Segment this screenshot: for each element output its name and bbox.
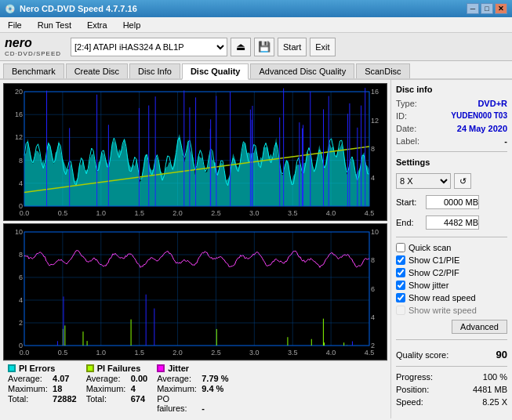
upper-chart: [4, 84, 387, 220]
eject-button[interactable]: ⏏: [231, 38, 251, 56]
logo-sub: CD·DVD/SPEED: [5, 50, 61, 57]
jitter-group: Jitter Average: 7.79 % Maximum: 9.4 % PO…: [157, 364, 228, 413]
pi-failures-title: PI Failures: [97, 364, 141, 373]
show-write-speed-row: Show write speed: [396, 306, 507, 315]
pi-errors-avg: Average: 4.07: [8, 374, 77, 383]
quick-scan-checkbox[interactable]: [396, 243, 405, 252]
lower-chart-container: [3, 223, 387, 360]
title-bar: 💿 Nero CD-DVD Speed 4.7.7.16 ─ □ ✕: [0, 0, 512, 17]
disc-info-title: Disc info: [396, 85, 507, 94]
tab-advanced-disc-quality[interactable]: Advanced Disc Quality: [250, 63, 354, 78]
quick-scan-row: Quick scan: [396, 243, 507, 252]
show-jitter-row: Show jitter: [396, 281, 507, 290]
disc-id-row: ID: YUDEN000 T03: [396, 111, 507, 121]
progress-label: Progress:: [396, 372, 433, 382]
show-c2-row: Show C2/PIF: [396, 268, 507, 277]
divider-4: [396, 366, 507, 367]
refresh-button[interactable]: ↺: [454, 173, 471, 189]
start-input[interactable]: [426, 195, 479, 209]
jitter-po: PO failures: -: [157, 394, 228, 413]
pi-failures-total: Total: 674: [86, 394, 147, 404]
show-write-speed-label: Show write speed: [409, 306, 477, 315]
speed-label: Speed:: [396, 397, 423, 407]
pi-failures-avg: Average: 0.00: [86, 374, 147, 383]
stats-bar: PI Errors Average: 4.07 Maximum: 18 Tota…: [3, 360, 387, 415]
menu-extra[interactable]: Extra: [82, 19, 112, 31]
tab-benchmark[interactable]: Benchmark: [3, 63, 64, 78]
pi-failures-max: Maximum: 4: [86, 384, 147, 393]
start-button[interactable]: Start: [278, 38, 307, 56]
progress-value: 100 %: [483, 372, 507, 382]
position-value: 4481 MB: [473, 385, 507, 394]
menu-run-test[interactable]: Run Test: [33, 19, 76, 31]
main-content: PI Errors Average: 4.07 Maximum: 18 Tota…: [0, 80, 512, 418]
menu-file[interactable]: File: [3, 19, 27, 31]
save-button[interactable]: 💾: [254, 38, 274, 56]
tab-create-disc[interactable]: Create Disc: [66, 63, 128, 78]
minimize-button[interactable]: ─: [467, 3, 479, 14]
charts-area: PI Errors Average: 4.07 Maximum: 18 Tota…: [0, 80, 390, 418]
quick-scan-label: Quick scan: [409, 243, 451, 252]
position-label: Position:: [396, 385, 429, 394]
show-read-speed-checkbox[interactable]: [396, 293, 405, 302]
pi-errors-title: PI Errors: [19, 364, 55, 373]
jitter-title: Jitter: [168, 364, 189, 373]
jitter-avg: Average: 7.79 %: [157, 374, 228, 383]
disc-label-row: Label: -: [396, 136, 507, 146]
quality-score-row: Quality score: 90: [396, 349, 507, 360]
title-bar-text: Nero CD-DVD Speed 4.7.7.16: [20, 4, 137, 13]
tab-bar: Benchmark Create Disc Disc Info Disc Qua…: [0, 61, 512, 80]
pi-errors-total: Total: 72882: [8, 394, 77, 404]
disc-date-row: Date: 24 May 2020: [396, 124, 507, 133]
jitter-max: Maximum: 9.4 %: [157, 384, 228, 393]
show-c2-label: Show C2/PIF: [409, 268, 459, 277]
toolbar: nero CD·DVD/SPEED [2:4] ATAPI iHAS324 A …: [0, 33, 512, 61]
pi-errors-max: Maximum: 18: [8, 384, 77, 393]
app-logo: nero CD·DVD/SPEED: [5, 36, 61, 57]
tab-disc-quality[interactable]: Disc Quality: [182, 63, 249, 80]
show-read-speed-label: Show read speed: [409, 293, 476, 302]
tab-scan-disc[interactable]: ScanDisc: [356, 63, 409, 78]
show-c1-checkbox[interactable]: [396, 255, 405, 265]
speed-select[interactable]: 8 X: [396, 173, 451, 189]
right-panel: Disc info Type: DVD+R ID: YUDEN000 T03 D…: [390, 80, 512, 418]
quality-score-value: 90: [496, 349, 507, 360]
end-input[interactable]: [426, 215, 479, 230]
lower-chart: [4, 224, 387, 360]
logo-nero: nero: [5, 36, 32, 50]
tab-disc-info[interactable]: Disc Info: [129, 63, 180, 78]
pi-errors-group: PI Errors Average: 4.07 Maximum: 18 Tota…: [8, 364, 77, 413]
speed-value: 8.25 X: [482, 397, 507, 407]
pi-failures-group: PI Failures Average: 0.00 Maximum: 4 Tot…: [86, 364, 147, 413]
pi-failures-dot: [86, 364, 94, 372]
show-c2-checkbox[interactable]: [396, 268, 405, 277]
divider-2: [396, 237, 507, 237]
advanced-button[interactable]: Advanced: [452, 320, 507, 334]
speed-row-progress: Speed: 8.25 X: [396, 397, 507, 407]
jitter-dot: [157, 364, 165, 372]
divider-1: [396, 151, 507, 152]
menu-help[interactable]: Help: [118, 19, 146, 31]
show-write-speed-checkbox: [396, 306, 405, 315]
show-jitter-checkbox[interactable]: [396, 281, 405, 290]
speed-row: 8 X ↺: [396, 173, 507, 189]
start-mb-row: Start:: [396, 195, 507, 209]
divider-3: [396, 339, 507, 340]
progress-row: Progress: 100 %: [396, 372, 507, 382]
show-read-speed-row: Show read speed: [396, 293, 507, 302]
end-mb-row: End:: [396, 215, 507, 230]
menu-bar: File Run Test Extra Help: [0, 17, 512, 33]
upper-chart-container: [3, 83, 387, 221]
show-jitter-label: Show jitter: [409, 281, 448, 290]
show-c1-row: Show C1/PIE: [396, 255, 507, 265]
pi-errors-dot: [8, 364, 16, 372]
exit-button[interactable]: Exit: [310, 38, 335, 56]
maximize-button[interactable]: □: [481, 3, 493, 14]
app-icon: 💿: [5, 4, 16, 14]
close-button[interactable]: ✕: [495, 3, 507, 14]
show-c1-label: Show C1/PIE: [409, 255, 459, 265]
settings-title: Settings: [396, 158, 507, 167]
drive-select[interactable]: [2:4] ATAPI iHAS324 A BL1P: [71, 38, 227, 56]
quality-score-label: Quality score:: [396, 350, 448, 360]
position-row: Position: 4481 MB: [396, 385, 507, 394]
